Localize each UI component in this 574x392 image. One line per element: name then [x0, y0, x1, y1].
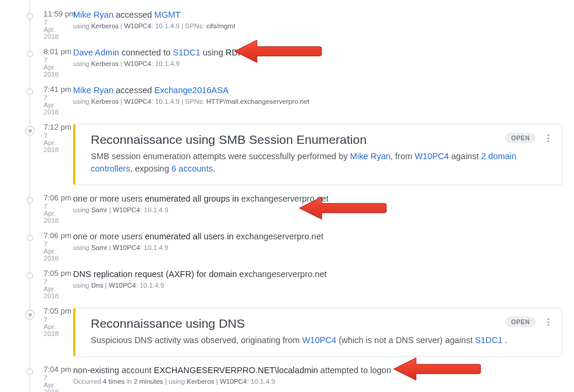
alert-card[interactable]: Reconnaissance using DNSSuspicious DNS a…	[73, 308, 562, 357]
text: SMB session enumeration attempts were su…	[91, 151, 350, 161]
text: enumerated all users in	[143, 232, 236, 241]
timeline-row: 7:04 pm7 Apr. 2018non-existing account E…	[0, 361, 574, 392]
timeline-row: 7:06 pm7 Apr. 2018one or more users enum…	[0, 190, 574, 228]
text: exchangeserverpro.net	[241, 194, 328, 203]
text: against	[449, 151, 481, 161]
link-text[interactable]: 6 accounts	[171, 164, 213, 173]
event-date: 7 Apr. 2018	[44, 19, 59, 40]
text: non-existing account	[73, 365, 154, 375]
text: accessed	[114, 85, 154, 95]
link-text[interactable]: S1DC1	[173, 48, 200, 57]
timeline-dot-major	[25, 310, 35, 319]
alert-card[interactable]: Reconnaissance using SMB Session Enumera…	[73, 124, 562, 185]
event-subtext: using Samr | W10PC4: 10.1.4.9	[73, 206, 562, 213]
timeline-dot	[27, 13, 33, 19]
timeline-row: 8:01 pm7 Apr. 2018Dave Admin connected t…	[0, 44, 574, 81]
link-text[interactable]: Mike Ryan	[73, 85, 114, 95]
event-subtext: using Samr | W10PC4: 10.1.4.9	[73, 244, 562, 251]
more-menu-icon[interactable]	[543, 315, 553, 328]
text: RDP	[226, 48, 244, 57]
alert-title[interactable]: Reconnaissance using SMB Session Enumera…	[91, 133, 551, 147]
text: one or more users	[73, 194, 143, 203]
event-subtext: using Kerberos | W10PC4: 10.1.4.9	[73, 60, 562, 67]
timeline-row: 7:12 pm7 Apr. 2018Reconnaissance using S…	[0, 119, 574, 190]
event-time: 7:41 pm	[44, 85, 59, 94]
event-content: DNS replication request (AXFR) for domai…	[59, 269, 568, 289]
timeline-dot	[27, 272, 33, 279]
link-text[interactable]: MGMT	[154, 10, 180, 19]
text: DNS replication request (AXFR) for domai…	[73, 269, 239, 279]
text: accessed	[114, 10, 154, 19]
text: , from	[391, 151, 415, 161]
link-text[interactable]: Exchange2016ASA	[154, 85, 229, 95]
event-message[interactable]: Mike Ryan accessed MGMT	[73, 9, 562, 21]
text: enumerated all groups in	[143, 194, 242, 203]
timeline-row: 7:06 pm7 Apr. 2018one or more users enum…	[0, 228, 574, 265]
text: .	[213, 164, 215, 173]
status-badge[interactable]: OPEN	[505, 133, 536, 143]
event-time: 7:05 pm	[44, 307, 59, 315]
alert-title[interactable]: Reconnaissance using DNS	[91, 317, 551, 331]
text: .	[503, 335, 507, 345]
event-content: Mike Ryan accessed MGMTusing Kerberos | …	[59, 9, 568, 29]
text: Suspicious DNS activity was observed, or…	[91, 335, 302, 345]
event-content: Mike Ryan accessed Exchange2016ASAusing …	[59, 85, 568, 105]
timeline-dot	[27, 235, 33, 241]
timeline-dot	[27, 197, 33, 203]
text: connected to	[119, 48, 173, 57]
timeline-dot	[27, 368, 33, 375]
event-date: 7 Apr. 2018	[44, 94, 59, 116]
link-text[interactable]: W10PC4	[302, 335, 337, 345]
timeline-row: 7:41 pm7 Apr. 2018Mike Ryan accessed Exc…	[0, 81, 574, 119]
event-message[interactable]: one or more users enumerated all users i…	[73, 231, 562, 243]
timeline-dot	[27, 88, 33, 95]
alert-body: SMB session enumeration attempts were su…	[91, 150, 551, 175]
event-subtext: using Kerberos | W10PC4: 10.1.4.9 | SPNs…	[73, 98, 562, 105]
timeline-row: 7:05 pm7 Apr. 2018DNS replication reques…	[0, 265, 574, 303]
event-message[interactable]: DNS replication request (AXFR) for domai…	[73, 269, 562, 281]
link-text[interactable]: Dave Admin	[73, 48, 119, 57]
text: using	[200, 48, 226, 57]
timeline-dot-major	[25, 126, 35, 136]
text: one or more users	[73, 232, 143, 241]
event-content: one or more users enumerated all users i…	[59, 231, 568, 251]
event-message[interactable]: one or more users enumerated all groups …	[73, 193, 562, 205]
text: attempted to logon	[318, 365, 391, 375]
text: exchangeserverpro.net	[239, 269, 326, 279]
link-text[interactable]: S1DC1	[475, 335, 503, 345]
status-badge[interactable]: OPEN	[505, 317, 536, 327]
event-date: 7 Apr. 2018	[44, 57, 59, 78]
event-message[interactable]: Mike Ryan accessed Exchange2016ASA	[73, 85, 562, 97]
event-time: 11:59 pm	[44, 9, 59, 18]
link-text[interactable]: Mike Ryan	[73, 10, 114, 19]
event-date: 7 Apr. 2018	[44, 374, 59, 392]
event-message[interactable]: Dave Admin connected to S1DC1 using RDP	[73, 47, 562, 59]
event-time: 7:06 pm	[44, 231, 59, 240]
alert-body: Suspicious DNS activity was observed, or…	[91, 334, 551, 347]
event-time: 7:05 pm	[44, 269, 59, 278]
timeline: 11:59 pm7 Apr. 2018Mike Ryan accessed MG…	[0, 0, 574, 392]
text: EXCHANGESERVERPRO.NET\localadmin	[154, 365, 318, 375]
event-subtext: Occurred 4 times in 2 minutes | using Ke…	[73, 378, 562, 385]
link-text[interactable]: W10PC4	[415, 151, 449, 161]
event-date: 7 Apr. 2018	[44, 278, 59, 299]
event-message[interactable]: non-existing account EXCHANGESERVERPRO.N…	[73, 365, 562, 377]
event-content: non-existing account EXCHANGESERVERPRO.N…	[59, 365, 568, 385]
event-content: Dave Admin connected to S1DC1 using RDPu…	[59, 47, 568, 67]
event-date: 7 Apr. 2018	[44, 203, 59, 224]
text: (which is not a DNS server) against	[337, 335, 475, 345]
more-menu-icon[interactable]	[543, 131, 553, 144]
event-date: 7 Apr. 2018	[44, 241, 59, 262]
timeline-dot	[27, 51, 33, 57]
event-content: Reconnaissance using DNSSuspicious DNS a…	[59, 307, 568, 358]
event-date: 7 Apr. 2018	[44, 132, 59, 153]
text: , exposing	[130, 164, 171, 173]
text: exchangeserverpro.net	[236, 232, 323, 241]
event-time: 8:01 pm	[44, 47, 59, 56]
event-content: one or more users enumerated all groups …	[59, 193, 568, 213]
event-subtext: using Kerberos | W10PC4: 10.1.4.9 | SPNs…	[73, 22, 562, 29]
event-time: 7:12 pm	[44, 123, 59, 131]
event-subtext: using Dns | W10PC4: 10.1.4.9	[73, 282, 562, 289]
event-time: 7:06 pm	[44, 193, 59, 202]
link-text[interactable]: Mike Ryan	[350, 151, 391, 161]
